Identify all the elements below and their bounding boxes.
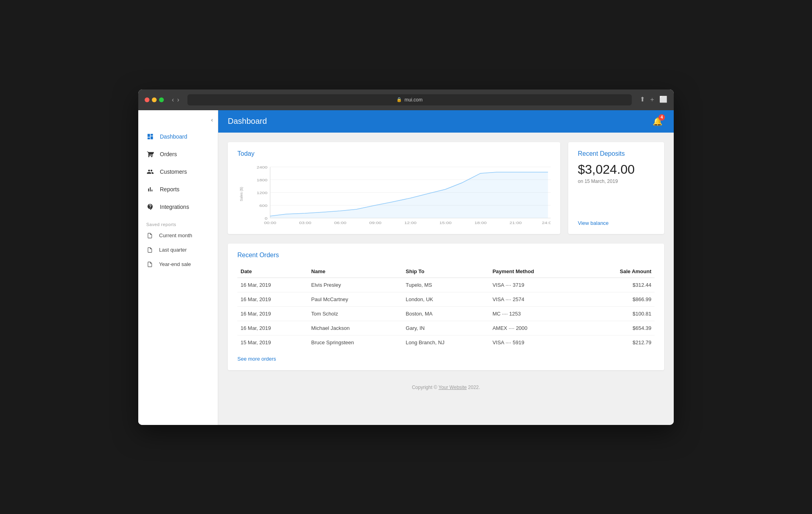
sidebar-item-integrations[interactable]: Integrations: [138, 198, 218, 216]
deposits-amount: $3,024.00: [578, 162, 655, 177]
orders-table-header: Date Name Ship To Payment Method Sale Am…: [237, 265, 655, 278]
sidebar-item-last-quarter[interactable]: Last quarter: [138, 243, 218, 257]
reports-icon: [146, 185, 154, 193]
share-icon[interactable]: ⬆: [640, 95, 645, 104]
top-row: Today Sales ($): [228, 142, 664, 234]
cell-amount: $654.39: [581, 321, 655, 335]
deposits-date: on 15 March, 2019: [578, 179, 655, 184]
sidebar-item-customers[interactable]: Customers: [138, 163, 218, 181]
y-axis-label: Sales ($): [239, 187, 243, 201]
cell-amount: $212.79: [581, 335, 655, 349]
browser-navigation: ‹ ›: [172, 96, 179, 103]
url-text: mui.com: [404, 97, 422, 103]
sidebar-item-label: Last quarter: [159, 247, 187, 253]
cell-ship-to: Tupelo, MS: [402, 278, 489, 292]
minimize-button[interactable]: [152, 97, 157, 102]
new-tab-icon[interactable]: ＋: [649, 95, 655, 104]
sidebar-item-year-end-sale[interactable]: Year-end sale: [138, 257, 218, 272]
sidebar-toggle-area: ‹: [138, 113, 218, 126]
document-icon: [146, 232, 153, 239]
content-area: Today Sales ($): [218, 133, 674, 425]
footer-year: 2022.: [467, 385, 480, 390]
svg-text:2400: 2400: [257, 165, 267, 169]
svg-text:06:00: 06:00: [334, 220, 346, 224]
cell-amount: $312.44: [581, 278, 655, 292]
maximize-button[interactable]: [159, 97, 164, 102]
address-bar[interactable]: 🔒 mui.com: [187, 94, 632, 105]
see-more-orders-link[interactable]: See more orders: [237, 356, 276, 362]
cell-name: Bruce Springsteen: [308, 335, 403, 349]
cell-ship-to: Boston, MA: [402, 306, 489, 321]
table-row: 16 Mar, 2019 Elvis Presley Tupelo, MS VI…: [237, 278, 655, 292]
cell-name: Paul McCartney: [308, 292, 403, 306]
cell-payment: VISA ···· 5919: [489, 335, 581, 349]
chart-svg: 0 600 1200 1800 2400 00:00 03:00 06:00: [249, 162, 551, 226]
browser-chrome: ‹ › 🔒 mui.com ⬆ ＋ ⬜: [138, 89, 674, 110]
cell-payment: VISA ···· 2574: [489, 292, 581, 306]
dashboard-icon: [146, 133, 154, 141]
cell-name: Michael Jackson: [308, 321, 403, 335]
sidebar-item-label: Current month: [159, 232, 192, 238]
traffic-lights: [145, 97, 164, 102]
cell-amount: $866.99: [581, 292, 655, 306]
sidebar-item-dashboard[interactable]: Dashboard: [138, 128, 218, 145]
customers-icon: [146, 168, 154, 176]
deposits-card: Recent Deposits $3,024.00 on 15 March, 2…: [568, 142, 664, 234]
sidebar-item-current-month[interactable]: Current month: [138, 228, 218, 243]
col-amount: Sale Amount: [581, 265, 655, 278]
footer-link[interactable]: Your Website: [438, 385, 467, 390]
app-header: Dashboard 🔔 4: [218, 110, 674, 133]
svg-text:00:00: 00:00: [264, 220, 276, 224]
extensions-icon[interactable]: ⬜: [659, 95, 667, 104]
document-icon: [146, 246, 153, 254]
back-button[interactable]: ‹: [172, 96, 174, 103]
col-ship-to: Ship To: [402, 265, 489, 278]
lock-icon: 🔒: [396, 97, 402, 102]
svg-text:12:00: 12:00: [404, 220, 416, 224]
sidebar-item-reports[interactable]: Reports: [138, 181, 218, 198]
footer: Copyright © Your Website 2022.: [228, 380, 664, 395]
integrations-icon: [146, 203, 154, 211]
svg-text:09:00: 09:00: [369, 220, 381, 224]
sidebar-item-label: Reports: [160, 186, 179, 193]
orders-table: Date Name Ship To Payment Method Sale Am…: [237, 265, 655, 349]
notification-button[interactable]: 🔔 4: [651, 115, 664, 128]
table-row: 15 Mar, 2019 Bruce Springsteen Long Bran…: [237, 335, 655, 349]
cell-name: Tom Scholz: [308, 306, 403, 321]
footer-copyright: Copyright ©: [412, 385, 439, 390]
sidebar: ‹ Dashboard: [138, 110, 218, 425]
sidebar-nav: Dashboard Orders: [138, 126, 218, 217]
sidebar-item-label: Integrations: [160, 204, 189, 210]
orders-title: Recent Orders: [237, 252, 655, 259]
sidebar-item-label: Orders: [160, 151, 177, 157]
orders-icon: [146, 150, 154, 158]
header-actions: 🔔 4: [651, 115, 664, 128]
cell-date: 16 Mar, 2019: [237, 306, 308, 321]
orders-card: Recent Orders Date Name Ship To Payment …: [228, 244, 664, 370]
main-content: Dashboard 🔔 4 Today: [218, 110, 674, 425]
svg-text:1800: 1800: [257, 178, 267, 182]
svg-text:18:00: 18:00: [474, 220, 486, 224]
document-icon: [146, 261, 153, 268]
cell-date: 16 Mar, 2019: [237, 292, 308, 306]
sidebar-item-orders[interactable]: Orders: [138, 145, 218, 163]
close-button[interactable]: [145, 97, 149, 102]
cell-date: 16 Mar, 2019: [237, 321, 308, 335]
page-title: Dashboard: [228, 117, 267, 126]
col-name: Name: [308, 265, 403, 278]
svg-text:24:00: 24:00: [542, 220, 551, 224]
table-row: 16 Mar, 2019 Michael Jackson Gary, IN AM…: [237, 321, 655, 335]
saved-reports-label: Saved reports: [138, 217, 218, 228]
cell-payment: MC ···· 1253: [489, 306, 581, 321]
view-balance-link[interactable]: View balance: [578, 220, 655, 226]
cell-payment: VISA ···· 3719: [489, 278, 581, 292]
sidebar-item-label: Customers: [160, 169, 187, 175]
app-container: ‹ Dashboard: [138, 110, 674, 425]
cell-payment: AMEX ···· 2000: [489, 321, 581, 335]
svg-text:21:00: 21:00: [509, 220, 521, 224]
forward-button[interactable]: ›: [177, 96, 179, 103]
sidebar-collapse-button[interactable]: ‹: [211, 117, 213, 123]
notification-badge: 4: [659, 114, 665, 121]
col-date: Date: [237, 265, 308, 278]
cell-ship-to: London, UK: [402, 292, 489, 306]
